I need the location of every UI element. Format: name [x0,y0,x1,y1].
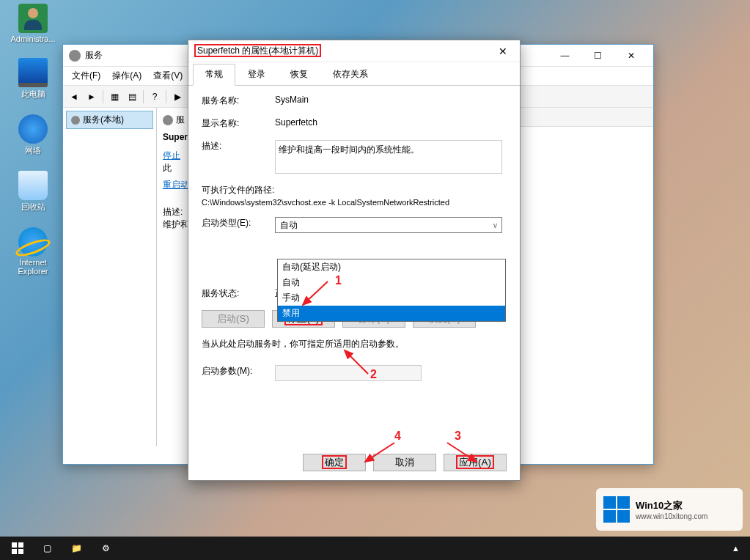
value-display-name: Superfetch [275,117,507,130]
globe-icon [18,114,48,144]
icon-label: Administra... [7,34,59,43]
icon-label: 此电脑 [7,89,59,100]
gear-icon [69,50,81,62]
hint-text: 当从此处启动服务时，你可指定所适用的启动参数。 [202,338,507,350]
windows-icon [12,542,23,554]
maximize-button[interactable]: ☐ [581,45,614,66]
option-disabled[interactable]: 禁用 [278,306,505,321]
desktop-icon-recycle[interactable]: 回收站 [7,171,59,213]
value-exec-path: C:\Windows\system32\svchost.exe -k Local… [202,198,507,207]
cancel-button[interactable]: 取消 [373,454,436,471]
dialog-body: 服务名称: SysMain 显示名称: Superfetch 描述: 维护和提高… [188,86,520,400]
tray-icon[interactable]: ▲ [732,544,740,553]
list-button[interactable]: ▤ [124,89,140,105]
watermark: Win10之家 www.win10xitong.com [596,488,743,531]
tab-recovery[interactable]: 恢复 [278,64,320,85]
menu-file[interactable]: 文件(F) [67,68,105,84]
icon-label: 网络 [7,145,59,156]
label-description: 描述: [202,140,275,174]
startup-params-input [275,365,422,381]
gear-icon [163,115,173,125]
option-auto-delayed[interactable]: 自动(延迟启动) [278,259,505,275]
option-manual[interactable]: 手动 [278,290,505,306]
tab-general[interactable]: 常规 [193,64,235,86]
start-button[interactable] [3,537,32,560]
menu-action[interactable]: 操作(A) [108,68,146,84]
taskbar: ▢ 📁 ⚙ ▲ [0,537,750,560]
description-box[interactable]: 维护和提高一段时间内的系统性能。 [275,140,502,174]
svg-rect-7 [12,549,17,554]
dialog-buttons: 确定 取消 应用(A) [303,454,507,471]
system-tray[interactable]: ▲ [732,544,747,553]
gear-icon [71,116,80,125]
desktop-icons: Administra... 此电脑 网络 回收站 Internet Explor… [7,4,59,290]
dialog-title: Superfetch 的属性(本地计算机) [194,44,321,57]
value-service-name: SysMain [275,95,507,107]
settings-button[interactable]: ⚙ [91,537,120,560]
label-service-status: 服务状态: [202,287,275,300]
tab-logon[interactable]: 登录 [235,64,278,85]
tree-node-services[interactable]: 服务(本地) [66,111,153,129]
ie-icon [18,227,48,257]
back-button[interactable]: ◄ [66,89,82,105]
file-explorer-button[interactable]: 📁 [62,537,91,560]
option-auto[interactable]: 自动 [278,275,505,290]
apply-button[interactable]: 应用(A) [444,454,507,471]
tab-strip: 常规 登录 恢复 依存关系 [188,62,520,86]
close-button[interactable]: ✕ [614,45,647,66]
icon-label: 回收站 [7,202,59,213]
recycle-bin-icon [18,171,48,200]
startup-type-combobox[interactable]: 自动 [275,217,502,233]
menu-view[interactable]: 查看(V) [149,68,187,84]
forward-button[interactable]: ► [84,89,100,105]
label-exec-path: 可执行文件的路径: [202,184,507,196]
play-button[interactable]: ▶ [169,89,185,105]
svg-rect-8 [18,549,23,554]
desktop-icon-network[interactable]: 网络 [7,114,59,156]
task-view-button[interactable]: ▢ [32,537,62,560]
start-button: 启动(S) [202,310,265,328]
view-button[interactable]: ▦ [106,89,122,105]
desktop-icon-thispc[interactable]: 此电脑 [7,58,59,100]
label-startup-type: 启动类型(E): [202,217,275,233]
window-controls: — ☐ ✕ [548,45,647,66]
desktop-icon-admin[interactable]: Administra... [7,4,59,43]
help-button[interactable]: ? [147,89,163,105]
tab-dependencies[interactable]: 依存关系 [320,64,380,85]
label-display-name: 显示名称: [202,117,275,130]
label-startup-params: 启动参数(M): [202,365,275,381]
startup-type-dropdown[interactable]: 自动(延迟启动) 自动 手动 禁用 [277,259,506,322]
label-service-name: 服务名称: [202,95,275,107]
desktop-icon-ie[interactable]: Internet Explorer [7,227,59,276]
tree-panel: 服务(本地) [63,108,157,446]
dialog-titlebar[interactable]: Superfetch 的属性(本地计算机) ✕ [188,40,520,62]
user-icon [18,4,48,33]
watermark-title: Win10之家 [636,499,707,512]
svg-rect-6 [18,542,23,548]
minimize-button[interactable]: — [548,45,581,66]
close-button[interactable]: ✕ [492,45,514,57]
watermark-url: www.win10xitong.com [636,512,707,520]
monitor-icon [18,58,48,87]
svg-rect-5 [12,542,17,548]
icon-label: Internet Explorer [7,258,59,276]
windows-logo-icon [603,496,630,523]
ok-button[interactable]: 确定 [303,454,366,471]
